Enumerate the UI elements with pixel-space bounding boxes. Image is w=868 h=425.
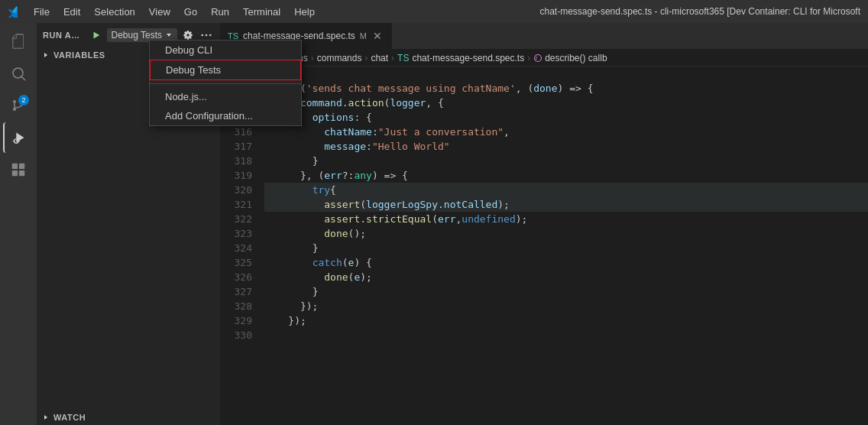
svg-rect-6	[12, 170, 18, 176]
tab-modified-badge: M	[360, 31, 367, 41]
code-line-320: try {	[264, 183, 868, 197]
titlebar-title: chat-message-send.spec.ts - cli-microsof…	[540, 6, 860, 17]
run-play-button[interactable]	[89, 28, 104, 43]
menu-help[interactable]: Help	[288, 5, 321, 19]
explorer-icon[interactable]	[3, 26, 34, 57]
code-line-313: it('sends chat message using chatName', …	[264, 81, 868, 96]
svg-point-0	[13, 100, 16, 103]
vscode-logo	[8, 5, 20, 18]
code-line-314: command.action(logger, {	[264, 96, 868, 110]
code-line-327: }	[264, 284, 868, 299]
dropdown-separator	[150, 83, 220, 84]
sidebar: RUN AND DEB... Debug Tests Debug CLI	[37, 23, 220, 425]
code-editor[interactable]: 312 313 314 315 316 317 318 319 320 321 …	[220, 67, 868, 425]
dropdown-item-nodejs[interactable]: Node.js...	[150, 87, 220, 106]
dropdown-item-debug-cli[interactable]: Debug CLI	[150, 41, 220, 60]
code-line-326: done(e);	[264, 270, 868, 284]
tab-close-button[interactable]: ✕	[371, 30, 384, 42]
menu-edit[interactable]: Edit	[57, 5, 86, 19]
code-content: it('sends chat message using chatName', …	[258, 67, 868, 425]
code-line-318: }	[264, 154, 868, 168]
svg-point-9	[206, 34, 208, 37]
menu-file[interactable]: File	[28, 5, 56, 19]
watch-section-header[interactable]: WATCH	[37, 410, 220, 425]
extensions-icon[interactable]	[3, 154, 34, 185]
menu-view[interactable]: View	[143, 5, 177, 19]
svg-rect-4	[12, 164, 18, 169]
code-line-321: assert(loggerLogSpy.notCalled);	[264, 197, 868, 212]
menu-go[interactable]: Go	[178, 5, 203, 19]
code-line-330	[264, 328, 868, 342]
code-line-323: done();	[264, 226, 868, 241]
breadcrumb-chat[interactable]: chat	[371, 53, 388, 63]
code-line-316: chatName: "Just a conversation",	[264, 125, 868, 139]
code-line-312	[264, 67, 868, 81]
activity-bar: 2	[0, 23, 37, 425]
titlebar: File Edit Selection View Go Run Terminal…	[0, 0, 868, 23]
breadcrumb-symbol[interactable]: f describe() callb	[533, 53, 607, 63]
breadcrumb-ts-icon: TS	[397, 53, 409, 63]
source-control-badge: 2	[18, 95, 29, 105]
svg-text:f: f	[536, 56, 537, 61]
code-line-325: catch (e) {	[264, 255, 868, 270]
svg-point-8	[201, 34, 203, 37]
search-icon[interactable]	[3, 58, 34, 89]
code-line-324: }	[264, 241, 868, 255]
code-line-322: assert.strictEqual(err, undefined);	[264, 212, 868, 226]
dropdown-item-debug-tests[interactable]: Debug Tests	[150, 60, 220, 80]
code-line-317: message: "Hello World"	[264, 139, 868, 154]
run-title: RUN AND DEB...	[43, 31, 86, 40]
debug-config-label: Debug Tests	[112, 30, 163, 41]
variables-label: VARIABLES	[53, 50, 105, 60]
editor-area: TS chat-message-send.spec.ts M ✕ src › m…	[220, 23, 868, 425]
breadcrumb-commands[interactable]: commands	[317, 53, 362, 63]
menu-terminal[interactable]: Terminal	[237, 5, 287, 19]
tabs-bar: TS chat-message-send.spec.ts M ✕	[220, 23, 868, 50]
code-line-328: });	[264, 299, 868, 313]
source-control-icon[interactable]: 2	[3, 90, 34, 121]
titlebar-menu: File Edit Selection View Go Run Terminal…	[28, 5, 321, 19]
breadcrumb: src › m365 › teams › commands › chat › T…	[220, 50, 868, 67]
breadcrumb-filename[interactable]: chat-message-send.spec.ts	[412, 53, 524, 63]
watch-label: WATCH	[53, 413, 86, 422]
dropdown-menu: Debug CLI Debug Tests Node.js... Add Con…	[149, 40, 220, 126]
code-line-319: }, (err?: any) => {	[264, 168, 868, 183]
run-debug-icon[interactable]	[3, 122, 34, 153]
menu-run[interactable]: Run	[205, 5, 235, 19]
svg-rect-5	[19, 164, 24, 169]
dropdown-item-add-config[interactable]: Add Configuration...	[150, 106, 220, 125]
svg-rect-7	[19, 170, 24, 176]
code-line-315: options: {	[264, 110, 868, 125]
code-line-329: });	[264, 313, 868, 328]
menu-selection[interactable]: Selection	[88, 5, 141, 19]
svg-point-10	[209, 34, 212, 37]
